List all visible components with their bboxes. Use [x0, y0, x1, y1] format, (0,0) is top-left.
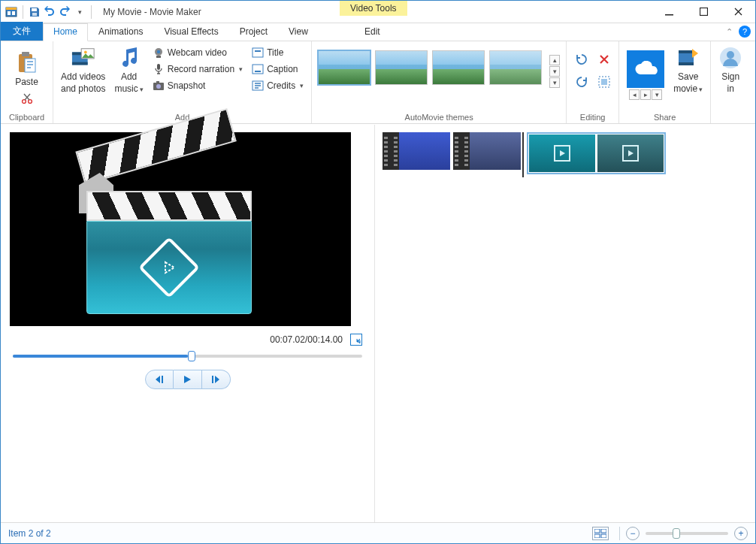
separator: [91, 5, 92, 19]
sign-in-label-1: Sign: [721, 71, 739, 82]
record-narration-button[interactable]: Record narration: [151, 61, 244, 77]
title-bar: ▾ My Movie - Movie Maker Video Tools: [1, 1, 755, 23]
rotate-left-button[interactable]: [573, 50, 591, 68]
narration-label: Record narration: [168, 64, 234, 74]
theme-scroll-up[interactable]: ▴: [549, 55, 560, 65]
zoom-in-button[interactable]: +: [734, 527, 748, 540]
delete-button[interactable]: [595, 50, 613, 68]
maximize-button[interactable]: [686, 1, 721, 23]
theme-3[interactable]: [432, 50, 485, 85]
title-icon: [252, 47, 264, 59]
transport-controls: [10, 370, 365, 389]
filmstrip-icon: [453, 132, 470, 170]
help-icon[interactable]: ?: [739, 26, 751, 38]
paste-label: Paste: [15, 77, 38, 87]
add-music-button[interactable]: Add music: [113, 44, 144, 95]
svg-rect-24: [156, 81, 159, 83]
theme-2[interactable]: [375, 50, 428, 85]
paste-button[interactable]: Paste: [14, 50, 41, 89]
playhead[interactable]: [522, 132, 524, 177]
zoom-thumb[interactable]: [673, 528, 680, 539]
sign-in-button[interactable]: Sign in: [717, 44, 744, 95]
svg-rect-20: [156, 56, 161, 58]
clip-1b[interactable]: [453, 132, 521, 170]
collapse-ribbon-icon[interactable]: ⌃: [726, 27, 733, 37]
close-button[interactable]: [721, 1, 755, 23]
group-share: ◂ ▸ ▾ Save movie Share: [619, 41, 711, 123]
theme-4[interactable]: [489, 50, 542, 85]
credits-button[interactable]: Credits: [250, 77, 305, 94]
qat-customize-icon[interactable]: ▾: [74, 6, 86, 18]
prev-frame-button[interactable]: [145, 370, 174, 389]
zoom-out-button[interactable]: −: [626, 527, 640, 540]
credits-label: Credits: [267, 80, 295, 91]
rotate-right-button[interactable]: [573, 73, 591, 91]
timeline-pane[interactable]: [375, 125, 755, 522]
separator: [619, 527, 620, 540]
redo-icon[interactable]: [59, 6, 71, 18]
select-all-button[interactable]: [595, 73, 613, 91]
cut-button[interactable]: [7, 90, 47, 107]
tab-visual-effects[interactable]: Visual Effects: [153, 23, 228, 41]
share-scroll-right[interactable]: ▸: [640, 89, 651, 100]
clapper-bar: [86, 191, 252, 221]
clip-2a[interactable]: [529, 134, 595, 172]
time-display-row: 00:07.02/00:14.00: [10, 326, 365, 350]
preview-monitor[interactable]: [10, 132, 351, 326]
clip-1a[interactable]: [383, 132, 450, 170]
svg-rect-2: [8, 11, 11, 15]
theme-gallery: ▴ ▾ ▾: [318, 44, 560, 88]
theme-scroll-down[interactable]: ▾: [549, 66, 560, 77]
group-add: Add videos and photos Add music Webcam v…: [53, 41, 312, 123]
window-title: My Movie - Movie Maker: [103, 7, 201, 17]
undo-icon[interactable]: [44, 6, 56, 18]
tab-project[interactable]: Project: [229, 23, 278, 41]
tab-animations[interactable]: Animations: [88, 23, 153, 41]
svg-rect-39: [594, 534, 600, 538]
save-movie-button[interactable]: Save movie: [672, 44, 704, 95]
group-label-automovie: AutoMovie themes: [318, 111, 560, 122]
share-expand[interactable]: ▾: [652, 89, 662, 100]
tab-edit[interactable]: Edit: [354, 23, 391, 41]
svg-point-34: [727, 51, 734, 59]
ribbon-tabs: 文件 Home Animations Visual Effects Projec…: [1, 23, 755, 41]
camera-icon: [153, 80, 165, 92]
thumbnail-size-button[interactable]: [592, 527, 609, 540]
paste-icon: [15, 51, 39, 75]
filmstrip-icon: [383, 132, 399, 170]
tab-file[interactable]: 文件: [1, 22, 43, 41]
webcam-video-button[interactable]: Webcam video: [151, 44, 244, 61]
svg-rect-32: [679, 62, 694, 65]
group-label-editing: Editing: [573, 111, 612, 122]
title-button[interactable]: Title: [250, 44, 305, 61]
timeline-track: [383, 132, 748, 177]
add-videos-photos-button[interactable]: Add videos and photos: [59, 44, 107, 95]
svg-point-12: [28, 99, 32, 103]
theme-1[interactable]: [318, 50, 370, 85]
snapshot-button[interactable]: Snapshot: [151, 77, 244, 94]
seek-slider[interactable]: [13, 355, 362, 358]
next-frame-button[interactable]: [202, 370, 231, 389]
sign-in-label-2: in: [727, 83, 733, 94]
save-icon[interactable]: [29, 6, 41, 18]
clip-2b[interactable]: [597, 134, 664, 172]
add-videos-label-1: Add videos: [61, 71, 105, 82]
tab-home[interactable]: Home: [43, 23, 88, 41]
share-scroll-left[interactable]: ◂: [629, 89, 640, 100]
svg-rect-26: [253, 65, 263, 74]
selected-clip-group[interactable]: [527, 132, 666, 174]
zoom-slider[interactable]: [646, 532, 728, 535]
fullscreen-icon[interactable]: [350, 334, 362, 346]
play-button[interactable]: [174, 370, 202, 389]
title-label: Title: [267, 47, 283, 58]
minimize-button[interactable]: [652, 1, 686, 23]
add-music-label-1: Add: [121, 71, 137, 82]
svg-rect-40: [601, 534, 606, 538]
theme-expand[interactable]: ▾: [549, 77, 560, 88]
caption-button[interactable]: Caption: [250, 61, 305, 77]
status-bar: Item 2 of 2 − +: [1, 522, 755, 543]
seek-thumb[interactable]: [188, 351, 195, 361]
caption-icon: [252, 63, 264, 75]
onedrive-button[interactable]: ◂ ▸ ▾: [625, 44, 666, 101]
tab-view[interactable]: View: [278, 23, 319, 41]
